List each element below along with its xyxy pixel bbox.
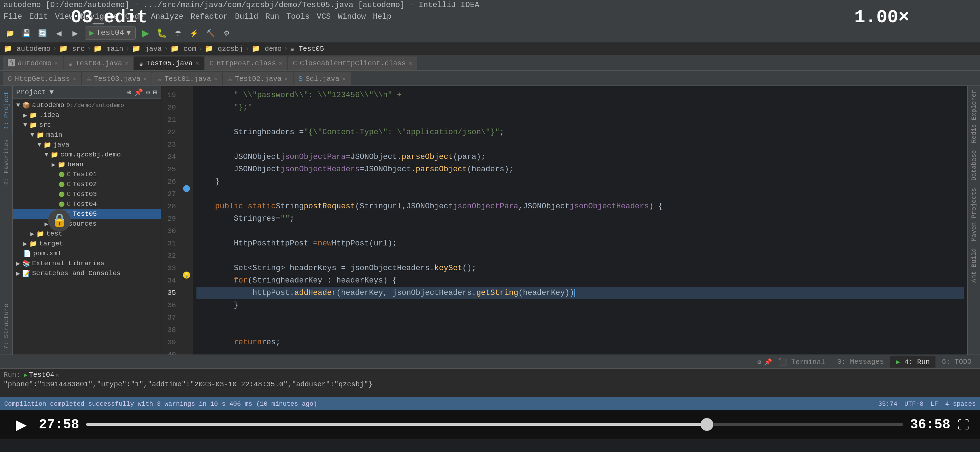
run-config-selector[interactable]: ▶ Test04 ▼ bbox=[85, 27, 136, 40]
tab-closeablehttpclient[interactable]: C CloseableHttpClient.class ✕ bbox=[288, 57, 417, 70]
pin-console-btn[interactable]: 📌 bbox=[764, 358, 772, 366]
tree-test03[interactable]: 🟢 C Test03 bbox=[13, 189, 161, 199]
project-gear-btn[interactable]: ⊞ bbox=[153, 88, 157, 97]
profile-btn[interactable]: ⚡ bbox=[188, 27, 200, 40]
debug-btn[interactable]: 🐛 bbox=[156, 27, 168, 40]
run-btn[interactable]: ▶ bbox=[139, 27, 152, 40]
sidebar-tab-favorites[interactable]: 2: Favorites bbox=[0, 134, 13, 190]
coverage-btn[interactable]: ☂ bbox=[172, 27, 185, 40]
menu-tools[interactable]: Tools bbox=[286, 13, 310, 21]
tree-test02[interactable]: 🟢 C Test02 bbox=[13, 179, 161, 189]
tree-test04[interactable]: 🟢 C Test04 bbox=[13, 199, 161, 209]
breadcrumb-main[interactable]: 📁 main bbox=[93, 44, 123, 53]
breadcrumb-test05[interactable]: ☕ Test05 bbox=[290, 44, 324, 53]
tab-httpget[interactable]: C HttpGet.class ✕ bbox=[3, 72, 81, 86]
database-tab[interactable]: Database bbox=[967, 146, 980, 184]
tab-test01[interactable]: ☕ Test01.java ✕ bbox=[152, 72, 222, 86]
overlay-zoom: 1.00× bbox=[854, 7, 909, 28]
sidebar-tab-structure[interactable]: 7: Structure bbox=[0, 299, 13, 355]
tree-com-qzcsbj-demo[interactable]: ▼ 📁 com.qzcsbj.demo bbox=[13, 150, 161, 160]
tree-scratches[interactable]: ▶ 📝 Scratches and Consoles bbox=[13, 268, 161, 278]
project-dropdown[interactable]: ▼ bbox=[49, 88, 54, 97]
tab-test01-close[interactable]: ✕ bbox=[214, 75, 217, 82]
ant-build-tab[interactable]: Ant Build bbox=[967, 245, 980, 286]
breadcrumb-autodemo[interactable]: 📁 autodemo bbox=[3, 44, 51, 53]
tab-test02[interactable]: ☕ Test02.java ✕ bbox=[223, 72, 293, 86]
breakpoint-line27[interactable] bbox=[183, 185, 190, 192]
main-folder-icon: 📁 bbox=[37, 131, 44, 139]
breadcrumb-com[interactable]: 📁 com bbox=[170, 44, 196, 53]
breadcrumb-demo[interactable]: 📁 demo bbox=[251, 44, 282, 53]
settings-btn[interactable]: ⚙ bbox=[220, 27, 233, 40]
tree-idea[interactable]: ▶ 📁 .idea bbox=[13, 110, 161, 120]
tree-main[interactable]: ▼ 📁 main bbox=[13, 130, 161, 140]
build-btn[interactable]: 🔨 bbox=[204, 27, 217, 40]
tab-closeablehttpclient-close[interactable]: ✕ bbox=[409, 60, 412, 67]
menu-window[interactable]: Window bbox=[338, 13, 366, 21]
tab-test04-close[interactable]: ✕ bbox=[125, 60, 129, 67]
project-pin-btn[interactable]: 📌 bbox=[134, 88, 143, 97]
tab-sql-close[interactable]: ✕ bbox=[342, 75, 346, 82]
breadcrumb-qzcsbj[interactable]: 📁 qzcsbj bbox=[205, 44, 243, 53]
menu-build[interactable]: Build bbox=[235, 13, 258, 21]
sidebar-tab-project[interactable]: 1: Project bbox=[0, 86, 13, 134]
tab-autodemo[interactable]: 🅰 autodemo ✕ bbox=[3, 57, 63, 70]
bottom-tab-terminal[interactable]: ⬛ Terminal bbox=[773, 356, 831, 368]
tab-test04[interactable]: ☕ Test04.java ✕ bbox=[64, 57, 134, 70]
tab-test03-close[interactable]: ✕ bbox=[143, 75, 147, 82]
tree-pom[interactable]: 📄 pom.xml bbox=[13, 249, 161, 259]
tab-test03[interactable]: ☕ Test03.java ✕ bbox=[82, 72, 152, 86]
menu-help[interactable]: Help bbox=[373, 13, 391, 21]
tab-httppost[interactable]: C HttpPost.class ✕ bbox=[205, 57, 287, 70]
tab-test05-close[interactable]: ✕ bbox=[196, 60, 199, 67]
settings-gear-btn[interactable]: ⚙ bbox=[757, 358, 761, 366]
run-config-close[interactable]: ✕ bbox=[56, 371, 59, 379]
tab-sql[interactable]: S Sql.java ✕ bbox=[294, 72, 351, 86]
menu-run[interactable]: Run bbox=[265, 13, 280, 21]
tree-bean[interactable]: ▶ 📁 bean bbox=[13, 160, 161, 170]
sync-btn[interactable]: 🔄 bbox=[36, 27, 49, 40]
menu-refactor[interactable]: Refactor bbox=[191, 13, 228, 21]
save-btn[interactable]: 💾 bbox=[20, 27, 32, 40]
redis-explorer-tab[interactable]: Redis Explorer bbox=[967, 86, 980, 146]
tree-target[interactable]: ▶ 📁 target bbox=[13, 239, 161, 249]
bottom-tab-messages[interactable]: 0: Messages bbox=[832, 356, 889, 367]
forward-btn[interactable]: ▶ bbox=[68, 27, 81, 40]
breadcrumb-java[interactable]: 📁 java bbox=[132, 44, 162, 53]
bottom-tab-run[interactable]: ▶ 4: Run bbox=[890, 356, 935, 368]
tab-httppost-close[interactable]: ✕ bbox=[279, 60, 282, 67]
tab-autodemo-close[interactable]: ✕ bbox=[54, 60, 58, 67]
maven-projects-tab[interactable]: Maven Projects bbox=[967, 184, 980, 245]
lightbulb-icon[interactable]: 💡 bbox=[183, 271, 190, 279]
breadcrumb-src[interactable]: 📁 src bbox=[59, 44, 85, 53]
tree-external-libraries[interactable]: ▶ 📚 External Libraries bbox=[13, 259, 161, 268]
menu-analyze[interactable]: Analyze bbox=[151, 13, 183, 21]
progress-thumb[interactable] bbox=[700, 418, 713, 431]
menu-file[interactable]: File bbox=[3, 13, 22, 21]
back-btn[interactable]: ◀ bbox=[52, 27, 65, 40]
project-settings-btn[interactable]: ⚙ bbox=[146, 88, 150, 97]
tree-test01[interactable]: 🟢 C Test01 bbox=[13, 170, 161, 179]
code-content[interactable]: " \\"password\\": \\"123456\\"\\n" + "};… bbox=[193, 86, 967, 355]
menu-edit[interactable]: Edit bbox=[29, 13, 48, 21]
project-panel-header: Project ▼ ⊕ 📌 ⚙ ⊞ bbox=[13, 86, 161, 99]
tab-test05[interactable]: ☕ Test05.java ✕ bbox=[134, 57, 204, 70]
open-folder-btn[interactable]: 📁 bbox=[3, 27, 16, 40]
fullscreen-btn[interactable]: ⛶ bbox=[958, 418, 969, 431]
status-bar: Compilation completed successfully with … bbox=[0, 397, 980, 410]
bottom-tab-todo[interactable]: 6: TODO bbox=[936, 356, 977, 367]
project-scope-btn[interactable]: ⊕ bbox=[127, 88, 131, 97]
tab-httpget-close[interactable]: ✕ bbox=[73, 75, 76, 82]
tree-java[interactable]: ▼ 📁 java bbox=[13, 140, 161, 150]
tree-src[interactable]: ▼ 📁 src bbox=[13, 120, 161, 130]
tab-test02-close[interactable]: ✕ bbox=[285, 75, 288, 82]
tree-test05[interactable]: 🟢 C Test05 bbox=[13, 209, 161, 219]
play-pause-btn[interactable]: ▶ bbox=[11, 414, 32, 435]
editor-area[interactable]: 19 20 21 22 23 24 25 26 27 28 29 30 31 3… bbox=[161, 86, 967, 355]
menu-vcs[interactable]: VCS bbox=[317, 13, 331, 21]
tree-test01-label: Test01 bbox=[73, 171, 97, 178]
tree-test[interactable]: ▶ 📁 test bbox=[13, 229, 161, 239]
tree-resources[interactable]: ▶ 📁 resources bbox=[13, 219, 161, 229]
tree-autodemo[interactable]: ▼ 📦 autodemo D:/demo/autodemo bbox=[13, 100, 161, 110]
progress-bar[interactable] bbox=[86, 423, 903, 426]
